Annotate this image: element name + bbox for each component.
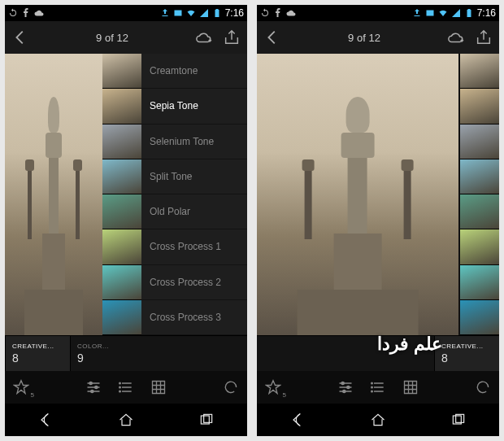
battery-icon [212,8,222,18]
preset-label: Selenium Tone [150,136,214,147]
photo-preview[interactable] [5,54,102,335]
preset-item[interactable]: Old Polar [141,194,247,229]
nav-home-icon[interactable] [116,412,136,428]
android-nav-bar [257,404,499,436]
preset-thumbnail[interactable] [102,229,141,264]
star-count: 5 [283,391,286,399]
share-icon[interactable] [475,28,493,46]
param-cell[interactable]: CREATIVE...8 [5,336,70,371]
preset-thumbnail[interactable] [460,265,499,300]
preset-label: Cross Process 3 [150,312,221,323]
svg-point-8 [341,382,344,384]
signal-icon [451,8,461,18]
preset-thumbnail[interactable] [102,54,141,89]
preset-thumbnail[interactable] [102,300,141,335]
nav-recent-icon[interactable] [449,412,468,428]
undo-icon[interactable] [475,379,491,395]
sliders-icon[interactable] [337,379,354,395]
photo-counter: 9 of 12 [348,32,380,44]
facebook-icon [273,8,283,18]
facebook-icon [21,8,31,18]
svg-point-9 [347,386,350,388]
param-value: 9 [77,351,128,365]
back-icon[interactable] [11,28,29,46]
signal-icon [199,8,209,18]
clock: 7:16 [477,7,496,19]
preset-label: Cross Process 1 [150,241,221,252]
clock: 7:16 [225,7,244,19]
preset-thumbnails [460,54,499,335]
gallery-icon [425,8,435,18]
preset-thumbnail[interactable] [460,229,499,264]
crop-icon[interactable] [402,379,419,395]
star-rating-icon[interactable]: 5 [13,379,29,395]
star-rating-icon[interactable]: 5 [265,379,281,395]
parameter-strip: CREATIVE...8COLOR...9 [5,335,247,371]
param-value: 8 [441,351,493,365]
share-icon[interactable] [223,28,241,46]
nav-back-icon[interactable] [36,412,55,428]
preset-thumbnail[interactable] [102,124,141,159]
preset-item[interactable]: Cross Process 1 [141,229,247,264]
nav-home-icon[interactable] [368,412,388,428]
preset-item[interactable]: Selenium Tone [141,124,247,159]
presets-list-icon[interactable] [118,379,134,395]
preset-thumbnail[interactable] [102,89,141,124]
param-name: CREATIVE... [12,343,63,350]
preset-label: Old Polar [150,206,190,217]
param-name: COLOR... [77,343,128,350]
preset-label: Split Tone [150,171,192,182]
nav-recent-icon[interactable] [197,412,216,428]
param-cell[interactable]: COLOR...9 [70,336,135,371]
svg-point-11 [371,382,373,384]
phone-right: 7:16 9 of 12 CREATIVE...8 [257,5,499,436]
preset-thumbnail[interactable] [102,159,141,194]
preset-thumbnail[interactable] [460,54,499,89]
preset-thumbnail[interactable] [102,265,141,300]
preset-label: Sepia Tone [150,100,198,111]
preset-thumbnail[interactable] [460,300,499,335]
svg-point-3 [119,382,121,384]
presets-list-icon[interactable] [370,379,386,395]
app-bottom-toolbar: 5 [5,371,247,404]
android-status-bar: 7:16 [257,5,499,21]
sync-icon [260,8,270,18]
back-icon[interactable] [263,28,281,46]
cloud-icon [34,8,44,18]
undo-icon[interactable] [223,379,239,395]
nav-back-icon[interactable] [288,412,307,428]
upload-icon [412,8,422,18]
preset-thumbnail[interactable] [460,194,499,229]
svg-point-10 [343,390,345,392]
preset-item[interactable]: Sepia Tone [141,89,247,124]
cloud-add-icon[interactable] [195,28,213,46]
svg-point-0 [89,382,92,384]
app-bottom-toolbar: 5 [257,371,499,404]
param-cell[interactable]: CREATIVE...8 [434,336,499,371]
cloud-add-icon[interactable] [447,28,465,46]
svg-point-12 [371,386,373,388]
cloud-icon [286,8,296,18]
svg-point-1 [95,386,98,388]
preset-thumbnail[interactable] [102,194,141,229]
preset-item[interactable]: Cross Process 3 [141,300,247,335]
preset-item[interactable]: Creamtone [141,54,247,89]
photo-preview[interactable] [257,54,458,335]
svg-point-2 [91,390,93,392]
photo-counter: 9 of 12 [96,32,128,44]
preset-item[interactable]: Split Tone [141,159,247,194]
preset-thumbnails [102,54,141,335]
preset-thumbnail[interactable] [460,89,499,124]
param-name: CREATIVE... [441,343,493,350]
preset-item[interactable]: Cross Process 2 [141,265,247,300]
preset-thumbnail[interactable] [460,159,499,194]
crop-icon[interactable] [150,379,167,395]
svg-point-5 [119,391,121,392]
preset-thumbnail[interactable] [460,124,499,159]
sliders-icon[interactable] [85,379,102,395]
preset-list: CreamtoneSepia ToneSelenium ToneSplit To… [141,54,247,335]
wifi-icon [438,8,448,18]
phone-left: 7:16 9 of 12 CreamtoneSepia ToneSelenium… [5,5,247,436]
upload-icon [160,8,170,18]
app-top-bar: 9 of 12 [5,21,247,54]
